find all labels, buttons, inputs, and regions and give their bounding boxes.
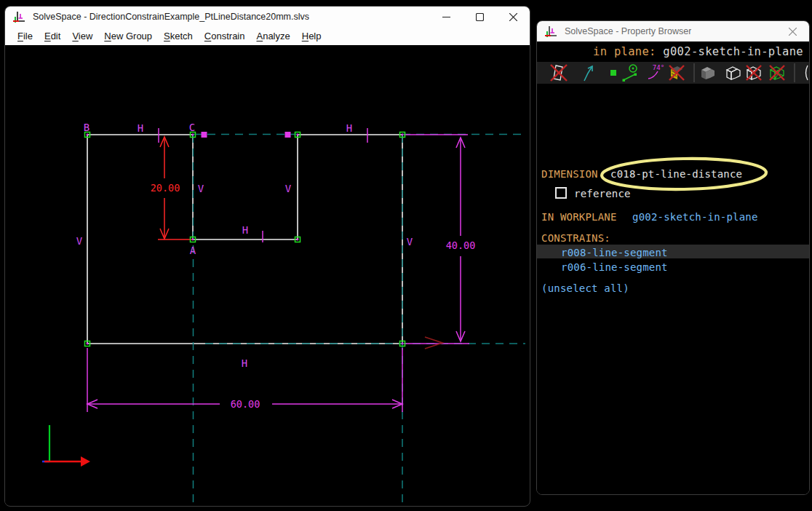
constraint-link-r006[interactable]: r006-line-segment [561,261,668,273]
solvespace-logo-icon [12,9,27,24]
menu-sketch-rest: ketch [170,31,193,41]
close-button[interactable] [496,7,530,27]
close-icon [509,13,517,21]
point-b-label: B [84,122,89,133]
extrude-solid-icon[interactable] [698,63,717,82]
menu-file-rest: ile [23,31,33,41]
property-browser-content: DIMENSION c018-pt-line-distance referenc… [537,84,809,494]
dim-20-value: 20.00 [151,182,180,194]
circle-line-icon[interactable] [621,63,640,82]
unselect-all-link[interactable]: (unselect all) [541,282,629,294]
main-titlebar[interactable]: SolveSpace - DirectionConstrainExample_P… [5,7,530,27]
mesh-crossed-icon[interactable] [768,63,787,82]
sketch-canvas[interactable]: H H H H V V V V B C A 20.00 40.00 60.00 [5,45,528,504]
menu-edit-rest: dit [51,31,61,41]
dimension-values[interactable]: 20.00 40.00 60.00 [151,182,476,410]
menu-help[interactable]: Help [296,31,327,41]
dimension-value[interactable]: c018-pt-line-distance [610,168,742,180]
sketch-entity-lines[interactable] [87,135,402,344]
minimize-button[interactable] [429,7,463,27]
menu-view-rest: iew [79,31,93,41]
menu-edit[interactable]: Edit [39,31,66,41]
menu-sketch[interactable]: Sketch [158,31,199,41]
toolbar-separator [794,63,795,82]
menu-sketch-mnemonic: S [164,31,170,41]
property-browser-title: SolveSpace - Property Browser [565,26,691,36]
in-workplane-label: IN WORKPLANE [541,211,617,223]
menu-help-rest: elp [309,31,321,41]
menu-analyze[interactable]: Analyze [250,31,295,41]
menu-edit-mnemonic: E [44,31,51,41]
menu-constrain-mnemonic: C [204,31,211,41]
arrow-icon[interactable] [580,63,599,82]
in-plane-value: g002-sketch-in-plane [663,45,803,58]
corner-crossed-icon[interactable] [667,63,686,82]
menu-new-group-rest: ew Group [111,31,152,41]
minimize-icon [442,13,450,21]
v-label: V [76,235,83,247]
maximize-icon [476,13,484,21]
v-label: V [407,236,413,247]
v-label: V [198,183,204,194]
wireframe-crossed-icon[interactable] [744,63,763,82]
in-plane-label: in plane: [593,45,656,58]
angle-icon[interactable]: 74° [646,63,665,82]
h-label: H [242,357,247,369]
constrains-label: CONSTRAINS: [541,232,610,244]
menu-file-mnemonic: F [17,31,23,41]
partial-icon[interactable] [802,63,810,82]
menu-help-mnemonic: H [302,31,309,41]
main-window-title: SolveSpace - DirectionConstrainExample_P… [33,12,309,22]
angle-icon-label: 74° [653,64,664,71]
menu-view-mnemonic: V [72,31,78,41]
menu-constrain-rest: onstrain [211,31,244,41]
maximize-button[interactable] [463,7,496,27]
point-a-label: A [190,245,196,256]
toolbar-separator [693,63,695,82]
property-browser-window: SolveSpace - Property Browser in plane: … [536,20,810,495]
solvespace-main-window: SolveSpace - DirectionConstrainExample_P… [4,6,530,507]
h-label: H [138,122,143,134]
close-icon [789,28,797,36]
dimension-label: DIMENSION [541,168,598,180]
menu-file[interactable]: File [12,31,39,41]
construction-lines[interactable] [194,135,526,503]
constraint-labels[interactable]: H H H H V V V V [76,122,413,369]
workplane-direction-arrow [425,337,442,349]
h-label: H [346,122,352,134]
extrude-wireframe-icon[interactable] [724,63,743,82]
dim-60-value: 60.00 [231,398,260,410]
menu-analyze-rest: nalyze [263,31,290,41]
menu-new-group[interactable]: New Group [98,31,158,41]
menubar: File Edit View New Group Sketch Constrai… [5,27,530,45]
h-v-constraint-ticks[interactable] [159,128,367,242]
solvespace-logo-icon [544,24,559,39]
point-c-label: C [189,122,195,133]
menu-constrain[interactable]: Constrain [199,31,251,41]
sketch-in-3d-icon[interactable] [549,63,568,82]
dim-40-value: 40.00 [446,239,476,251]
reference-checkbox[interactable] [555,187,567,199]
h-label: H [242,224,248,236]
v-label: V [285,183,292,194]
in-plane-header: in plane: g002-sketch-in-plane [537,41,809,62]
in-workplane-link[interactable]: g002-sketch-in-plane [632,211,758,223]
menu-analyze-mnemonic: A [256,31,263,41]
menu-view[interactable]: View [66,31,98,41]
reference-label[interactable]: reference [574,188,631,199]
constraint-link-r008[interactable]: r008-line-segment [561,247,668,258]
menu-new-group-mnemonic: N [104,31,111,41]
origin-axes-icon [42,425,90,467]
panel-close-button[interactable] [776,21,809,41]
property-browser-titlebar[interactable]: SolveSpace - Property Browser [537,21,809,41]
